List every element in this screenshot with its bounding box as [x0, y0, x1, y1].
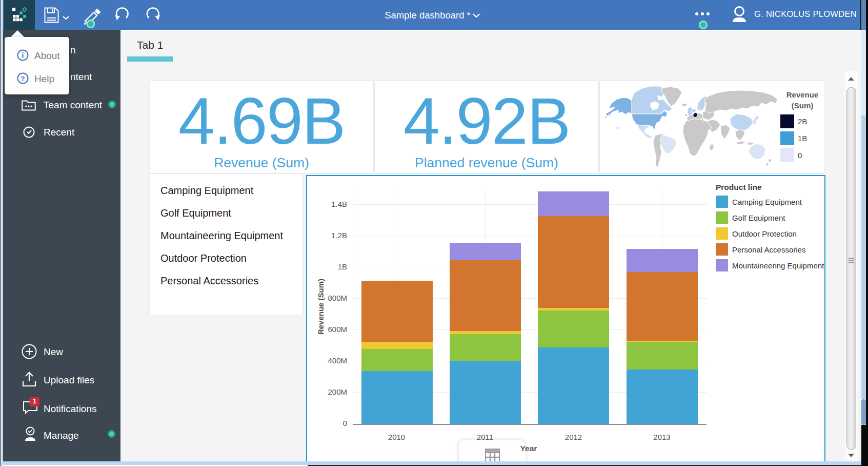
- svg-text:?: ?: [21, 75, 25, 83]
